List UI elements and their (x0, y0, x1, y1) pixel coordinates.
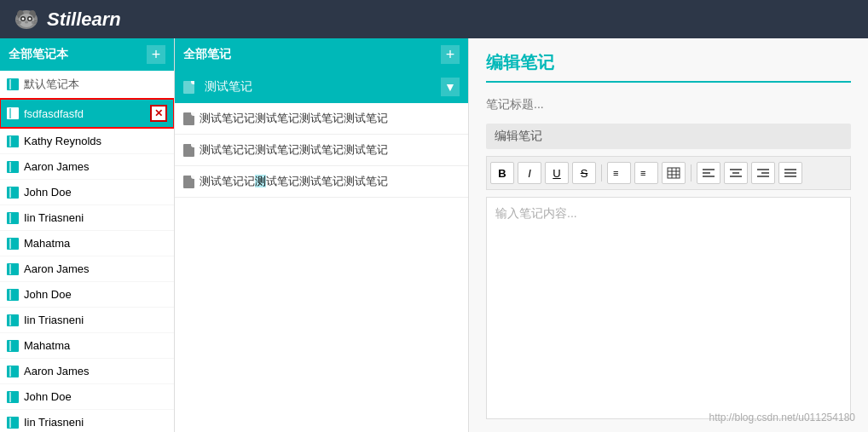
table-button[interactable] (662, 162, 686, 184)
align-justify-icon (784, 167, 797, 179)
notebook-icon-aaron3 (7, 366, 19, 377)
editor-title: 编辑笔记 (486, 51, 851, 83)
italic-button[interactable]: I (518, 162, 541, 184)
notebook-item-aaron1[interactable]: Aaron James (0, 154, 174, 180)
active-notebook-title-row: 测试笔记 (183, 79, 252, 95)
ordered-list-button[interactable]: ≡ (607, 162, 631, 184)
note-content-area[interactable]: 输入笔记内容... (486, 197, 851, 419)
delete-notebook-button[interactable]: ✕ (150, 105, 167, 122)
notebook-item-kathy[interactable]: Kathy Reynolds (0, 129, 174, 154)
svg-text:≡: ≡ (613, 168, 618, 178)
note-item-1[interactable]: 测试笔记记测试笔记测试笔记测试笔记 (175, 103, 468, 135)
note-title-input[interactable] (486, 93, 851, 115)
underline-button[interactable]: U (545, 162, 569, 184)
svg-text:≡: ≡ (640, 168, 645, 178)
notebook-icon-aaron2 (7, 263, 19, 275)
align-right-button[interactable] (751, 162, 775, 184)
logo: Stillearn (13, 8, 121, 32)
notebooks-panel-header: 全部笔记本 + (0, 38, 174, 71)
notebook-item-iin2[interactable]: Iin Triasneni (0, 308, 174, 333)
app-header: Stillearn (0, 0, 868, 38)
notebook-icon-aaron1 (7, 161, 19, 173)
notes-panel-header: 全部笔记 + (175, 38, 468, 71)
svg-point-7 (29, 17, 32, 20)
add-notebook-button[interactable]: + (147, 45, 165, 64)
toolbar-sep-1 (601, 164, 602, 181)
watermark: http://blog.csdn.net/u011254180 (709, 412, 855, 423)
notebook-item-iin3[interactable]: Iin Triasneni (0, 410, 174, 432)
notebook-icon-john2 (7, 289, 19, 301)
toolbar-sep-2 (691, 164, 692, 181)
notebook-item-fsdfa[interactable]: fsdfasdfasfd ✕ (0, 99, 174, 129)
align-right-icon (756, 167, 770, 179)
notebook-label-john1: John Doe (24, 186, 167, 199)
note-icon-3 (183, 176, 194, 188)
align-left-button[interactable] (697, 162, 720, 184)
notebook-item-default[interactable]: 默认笔记本 (0, 71, 174, 99)
note-item-2[interactable]: 测试笔记记测试笔记测试笔记测试笔记 (175, 135, 468, 166)
notebook-item-john1[interactable]: John Doe (0, 180, 174, 205)
notebook-icon-john1 (7, 187, 19, 199)
notebook-label-default: 默认笔记本 (24, 77, 167, 92)
notebook-item-iin1[interactable]: Iin Triasneni (0, 205, 174, 231)
note-icon-2 (183, 144, 194, 157)
svg-point-3 (19, 14, 34, 27)
notes-panel: 全部笔记 + 测试笔记 ▼ 测试笔记记测试笔记测试笔记测试笔记 测试笔记记测试笔… (175, 38, 469, 432)
notes-panel-title: 全部笔记 (183, 47, 231, 62)
add-note-button[interactable]: + (441, 45, 460, 64)
notebook-item-aaron3[interactable]: Aaron James (0, 359, 174, 384)
notebooks-panel: 全部笔记本 + 默认笔记本 fsdfasdfasfd ✕ Kathy Reyno… (0, 38, 175, 432)
ul-icon: ≡ (640, 167, 652, 179)
note-item-3[interactable]: 测试笔记记测试笔记测试笔记测试笔记 (175, 166, 468, 198)
editor-panel: 编辑笔记 编辑笔记 B I U S ≡ ≡ (469, 38, 868, 432)
align-left-icon (702, 167, 715, 179)
active-note-icon (183, 81, 194, 94)
notebook-icon-default (7, 78, 19, 90)
notebook-item-mahatma2[interactable]: Mahatma (0, 333, 174, 359)
notebook-item-john3[interactable]: John Doe (0, 384, 174, 410)
notebook-item-john2[interactable]: John Doe (0, 282, 174, 308)
svg-rect-15 (668, 168, 680, 178)
notebook-label-aaron1: Aaron James (24, 160, 167, 173)
notebook-label-john2: John Doe (24, 288, 167, 301)
notebook-label-mahatma1: Mahatma (24, 237, 167, 250)
notebook-icon-mahatma1 (7, 238, 19, 250)
notebook-list[interactable]: 默认笔记本 fsdfasdfasfd ✕ Kathy Reynolds Aaro… (0, 71, 174, 432)
note-label-2: 测试笔记记测试笔记测试笔记测试笔记 (200, 142, 388, 158)
align-center-button[interactable] (724, 162, 748, 184)
bold-button[interactable]: B (490, 162, 514, 184)
notebook-label-fsdfa: fsdfasdfasfd (24, 107, 150, 120)
notebook-icon-iin1 (7, 212, 19, 224)
notebook-icon-mahatma2 (7, 340, 19, 352)
editor-toolbar: B I U S ≡ ≡ (486, 156, 851, 190)
notebook-label-aaron2: Aaron James (24, 262, 167, 275)
notebook-label-iin2: Iin Triasneni (24, 314, 167, 326)
svg-point-6 (22, 17, 25, 20)
align-justify-button[interactable] (778, 162, 802, 184)
note-icon-1 (183, 112, 194, 125)
notebook-icon-iin2 (7, 314, 19, 326)
table-icon (667, 167, 680, 179)
notebook-label-iin1: Iin Triasneni (24, 211, 167, 224)
active-notebook-bar: 测试笔记 ▼ (175, 71, 468, 103)
notebook-item-mahatma1[interactable]: Mahatma (0, 231, 174, 256)
notebooks-panel-title: 全部笔记本 (9, 47, 68, 62)
notebook-icon-john3 (7, 391, 19, 403)
notebook-label-kathy: Kathy Reynolds (24, 135, 167, 147)
svg-point-8 (25, 20, 28, 23)
notebook-icon-fsdfa (7, 107, 19, 119)
strikethrough-button[interactable]: S (572, 162, 596, 184)
note-label-3: 测试笔记记测试笔记测试笔记测试笔记 (200, 174, 388, 189)
notebook-label-iin3: Iin Triasneni (24, 416, 167, 429)
notebook-icon-iin3 (7, 417, 19, 429)
note-label-1: 测试笔记记测试笔记测试笔记测试笔记 (200, 111, 388, 126)
ol-icon: ≡ (613, 167, 625, 179)
content-placeholder: 输入笔记内容... (495, 206, 577, 220)
unordered-list-button[interactable]: ≡ (634, 162, 658, 184)
main-layout: 全部笔记本 + 默认笔记本 fsdfasdfasfd ✕ Kathy Reyno… (0, 38, 868, 432)
logo-text: Stillearn (47, 9, 121, 31)
note-label-highlight: 测 (255, 175, 266, 187)
notebook-item-aaron2[interactable]: Aaron James (0, 256, 174, 282)
edit-label-bar: 编辑笔记 (486, 124, 851, 149)
notes-dropdown-button[interactable]: ▼ (441, 78, 460, 96)
